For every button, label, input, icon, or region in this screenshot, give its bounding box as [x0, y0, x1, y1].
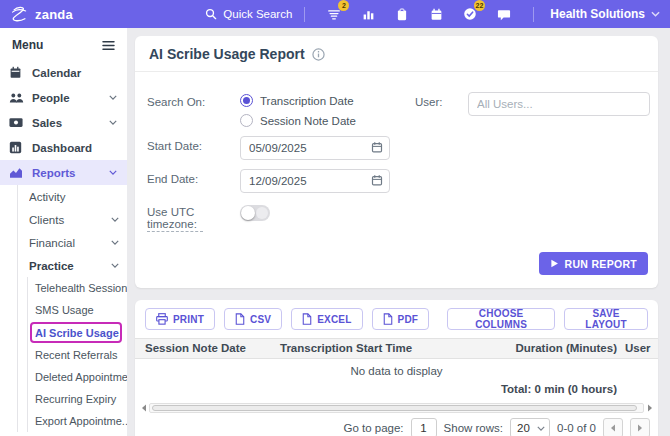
- tasks-button[interactable]: 22: [460, 4, 480, 24]
- radio-session-note-date[interactable]: Session Note Date: [240, 114, 356, 127]
- results-toolbar: PRINT CSV EXCEL PDF CHOOSE COLUMNS SAVE …: [135, 300, 658, 338]
- sidebar-item-label: Reports: [32, 167, 109, 179]
- utc-toggle-switch[interactable]: [240, 205, 270, 221]
- pdf-export-button[interactable]: PDF: [372, 308, 430, 330]
- file-icon: [383, 313, 393, 325]
- horizontal-scrollbar: [139, 402, 654, 413]
- sidebar-item-people[interactable]: People: [0, 85, 127, 110]
- calendar-icon[interactable]: [371, 174, 383, 186]
- bar-chart-icon: [362, 8, 375, 21]
- previous-page-button[interactable]: [603, 418, 623, 436]
- scrollbar-track[interactable]: [149, 403, 644, 413]
- end-date-input[interactable]: [240, 169, 390, 193]
- start-date-label: Start Date:: [147, 136, 240, 160]
- user-input[interactable]: [468, 92, 650, 116]
- account-name: Health Solutions: [550, 7, 645, 21]
- sidebar-item-label: Dashboard: [32, 142, 117, 154]
- chevron-down-icon: [109, 120, 117, 125]
- menu-header: Menu: [0, 28, 127, 60]
- chevron-right-icon: [637, 424, 643, 432]
- sidebar-item-deleted-appointments[interactable]: Deleted Appointme...: [28, 366, 127, 388]
- column-header-duration[interactable]: Duration (Minutes): [470, 342, 617, 354]
- sidebar-item-clients[interactable]: Clients: [18, 208, 127, 231]
- sidebar-item-recent-referrals[interactable]: Recent Referrals: [28, 344, 127, 366]
- run-report-button[interactable]: RUN REPORT: [539, 252, 648, 275]
- page-number-input[interactable]: [411, 418, 437, 436]
- file-icon: [235, 313, 245, 325]
- choose-columns-button[interactable]: CHOOSE COLUMNS: [447, 308, 555, 330]
- utc-label: Use UTC timezone:: [147, 202, 240, 232]
- quick-search-label: Quick Search: [223, 8, 292, 20]
- calendar-icon[interactable]: [371, 141, 383, 153]
- go-to-page-label: Go to page:: [343, 422, 403, 434]
- save-layout-button[interactable]: SAVE LAYOUT: [564, 308, 648, 330]
- calendar-icon: [430, 8, 443, 21]
- results-card: PRINT CSV EXCEL PDF CHOOSE COLUMNS SAVE …: [135, 300, 658, 436]
- quick-search-button[interactable]: Quick Search: [205, 8, 292, 20]
- radio-transcription-date[interactable]: Transcription Date: [240, 94, 356, 107]
- scroll-right-arrow-icon[interactable]: [645, 403, 654, 412]
- sidebar-item-dashboard[interactable]: Dashboard: [0, 135, 127, 160]
- people-icon: [9, 92, 24, 104]
- printer-icon: [156, 313, 168, 325]
- sidebar-item-recurring-expiry[interactable]: Recurring Expiry: [28, 388, 127, 410]
- file-icon: [302, 313, 312, 325]
- scroll-left-arrow-icon[interactable]: [139, 403, 148, 412]
- chevron-down-icon: [109, 170, 117, 175]
- start-date-row: Start Date:: [147, 136, 650, 160]
- sidebar-item-calendar[interactable]: Calendar: [0, 60, 127, 85]
- sidebar-item-sms-usage[interactable]: SMS Usage: [28, 299, 127, 321]
- chat-bubble-icon: [497, 8, 511, 21]
- column-header-session-note-date[interactable]: Session Note Date: [135, 342, 280, 354]
- practice-submenu: Telehealth Sessions SMS Usage AI Scribe …: [27, 277, 127, 432]
- chevron-left-icon: [610, 424, 616, 432]
- report-form-card: AI Scribe Usage Report Search On: Transc…: [135, 36, 658, 288]
- next-page-button[interactable]: [630, 418, 650, 436]
- scrollbar-thumb[interactable]: [152, 405, 637, 411]
- excel-export-button[interactable]: EXCEL: [291, 308, 362, 330]
- end-date-row: End Date:: [147, 169, 650, 193]
- sidebar: Menu Calendar People Sales Dashboard: [0, 28, 127, 436]
- divider: [533, 7, 534, 22]
- utc-row: Use UTC timezone:: [147, 202, 650, 232]
- brand-logo[interactable]: zanda: [10, 6, 73, 23]
- column-header-user[interactable]: User: [617, 342, 658, 354]
- calendar-shortcut-button[interactable]: [426, 4, 446, 24]
- messages-button[interactable]: [494, 4, 514, 24]
- end-date-label: End Date:: [147, 169, 240, 193]
- chevron-down-icon: [537, 426, 545, 431]
- chevron-down-icon: [111, 240, 119, 245]
- radio-icon: [240, 94, 253, 107]
- start-date-input[interactable]: [240, 136, 390, 160]
- main-content: AI Scribe Usage Report Search On: Transc…: [127, 28, 670, 436]
- csv-export-button[interactable]: CSV: [224, 308, 282, 330]
- dashboard-icon: [9, 141, 24, 154]
- sidebar-item-ai-scribe-usage[interactable]: AI Scribe Usage: [30, 322, 122, 343]
- sidebar-item-telehealth-sessions[interactable]: Telehealth Sessions: [28, 277, 127, 299]
- rows-per-page-select[interactable]: 20: [510, 418, 550, 436]
- sidebar-item-sales[interactable]: Sales: [0, 110, 127, 135]
- search-on-label: Search On:: [147, 92, 240, 127]
- print-button[interactable]: PRINT: [145, 308, 215, 330]
- queue-button[interactable]: 2: [324, 4, 344, 24]
- sidebar-item-label: Sales: [32, 117, 109, 129]
- tasks-notification-badge: 22: [474, 0, 486, 11]
- sidebar-item-activity[interactable]: Activity: [18, 185, 127, 208]
- account-menu[interactable]: Health Solutions: [550, 7, 660, 21]
- search-on-radio-group: Transcription Date Session Note Date: [240, 92, 356, 127]
- hamburger-icon[interactable]: [102, 40, 115, 51]
- info-icon[interactable]: [312, 48, 325, 61]
- divider: [304, 7, 305, 22]
- sidebar-item-reports[interactable]: Reports: [0, 160, 127, 185]
- sidebar-item-export-appointments[interactable]: Export Appointme...: [28, 410, 127, 432]
- column-header-transcription-start-time[interactable]: Transcription Start Time: [280, 342, 470, 354]
- table-header-row: Session Note Date Transcription Start Ti…: [135, 338, 658, 359]
- sidebar-item-practice[interactable]: Practice: [18, 254, 127, 277]
- reports-shortcut-button[interactable]: [358, 4, 378, 24]
- sales-icon: [9, 117, 24, 128]
- search-icon: [205, 8, 217, 20]
- notes-button[interactable]: [392, 4, 412, 24]
- show-rows-label: Show rows:: [444, 422, 503, 434]
- chevron-down-icon: [111, 217, 119, 222]
- sidebar-item-financial[interactable]: Financial: [18, 231, 127, 254]
